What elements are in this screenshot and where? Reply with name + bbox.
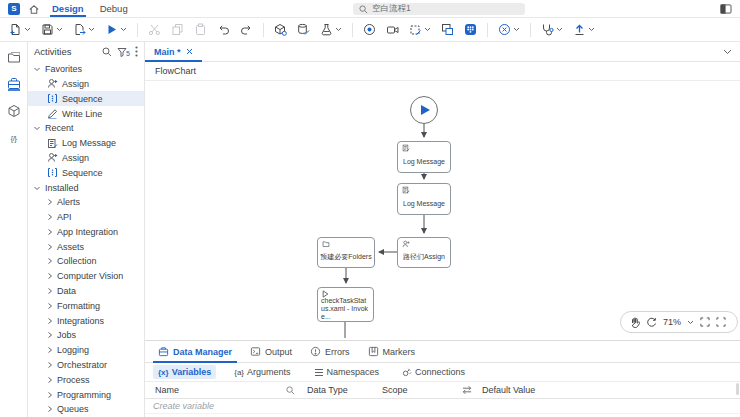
tree-section-recent[interactable]: Recent <box>28 121 144 136</box>
tree-item-assign[interactable]: Assign <box>28 77 144 92</box>
flow-node-folders[interactable]: 预建必要Folders <box>317 237 375 268</box>
tab-output[interactable]: Output <box>241 341 301 362</box>
screenshot-button[interactable] <box>404 20 436 40</box>
chevron-right-icon <box>47 317 53 325</box>
chevron-down-icon[interactable] <box>687 320 694 325</box>
tree-category-label: Jobs <box>57 330 76 340</box>
tree-section-label: Recent <box>45 123 74 133</box>
tree-category-formatting[interactable]: Formatting <box>28 298 144 313</box>
tree-category-assets[interactable]: Assets <box>28 239 144 254</box>
tree-item-label: Assign <box>62 79 89 89</box>
create-variable-row[interactable]: Create variable <box>145 399 740 414</box>
export-file-icon <box>73 23 86 36</box>
data-scraping-button[interactable] <box>436 20 459 40</box>
rail-project-button[interactable] <box>5 49 23 65</box>
tree-item-sequence[interactable]: Sequence <box>28 165 144 180</box>
tab-errors[interactable]: Errors <box>301 341 359 362</box>
breadcrumb[interactable]: FlowChart <box>145 62 740 81</box>
project-search[interactable]: 空白流程1 <box>353 3 525 15</box>
tree-category-computer-vision[interactable]: Computer Vision <box>28 269 144 284</box>
debug-tab[interactable]: Debug <box>96 0 132 17</box>
tree-item-assign[interactable]: Assign <box>28 151 144 166</box>
tree-category-alerts[interactable]: Alerts <box>28 195 144 210</box>
panel-toggle-button[interactable] <box>720 4 732 14</box>
flow-node-assign[interactable]: 路径们Assign <box>397 237 451 268</box>
paste-button[interactable] <box>189 20 212 40</box>
tree-category-process[interactable]: Process <box>28 372 144 387</box>
close-icon[interactable] <box>186 48 193 55</box>
test-button[interactable] <box>315 20 347 40</box>
tree-category-app-integration[interactable]: App Integration <box>28 225 144 240</box>
redo-icon <box>240 23 253 36</box>
subtab-namespaces[interactable]: Namespaces <box>309 365 385 379</box>
tree-section-label: Favorites <box>45 64 82 74</box>
chevron-down-icon <box>88 27 95 32</box>
tree-category-integrations[interactable]: Integrations <box>28 313 144 328</box>
flow-start-node[interactable] <box>410 96 438 124</box>
analyze-button[interactable] <box>536 20 568 40</box>
tree-section-installed[interactable]: Installed <box>28 180 144 195</box>
tree-item-log-message[interactable]: Log Message <box>28 136 144 151</box>
rail-packages-button[interactable] <box>5 103 23 119</box>
tab-data-manager[interactable]: Data Manager <box>149 341 241 362</box>
run-button[interactable] <box>100 20 132 40</box>
tree-section-favorites[interactable]: Favorites <box>28 62 144 77</box>
chevron-right-icon <box>47 198 53 206</box>
tree-category-logging[interactable]: Logging <box>28 343 144 358</box>
fullscreen-icon[interactable] <box>716 317 726 327</box>
tree-category-queues[interactable]: Queues <box>28 402 144 417</box>
chevron-down-icon <box>33 184 41 192</box>
write-line-icon <box>47 108 58 119</box>
home-button[interactable] <box>28 3 40 15</box>
tree-category-programming[interactable]: Programming <box>28 387 144 402</box>
new-file-button[interactable] <box>4 20 36 40</box>
tree-category-jobs[interactable]: Jobs <box>28 328 144 343</box>
activities-filter-button[interactable]: 5 <box>117 46 130 57</box>
fit-to-screen-icon[interactable] <box>700 317 710 327</box>
flow-node-invoke-workflow[interactable]: checkTaskStatus.xaml - Invoke... <box>317 287 374 322</box>
tree-category-data[interactable]: Data <box>28 284 144 299</box>
rail-snippets-button[interactable]: {/} <box>5 130 23 146</box>
redo-button[interactable] <box>235 20 258 40</box>
flow-node-log-message-1[interactable]: Log Message <box>397 141 451 173</box>
save-button[interactable] <box>36 20 68 40</box>
reset-zoom-icon[interactable] <box>646 317 657 328</box>
flow-node-log-message-2[interactable]: Log Message <box>397 183 451 215</box>
cut-button[interactable] <box>143 20 166 40</box>
tab-markers[interactable]: Markers <box>359 341 425 362</box>
node-label: 预建必要Folders <box>318 247 374 267</box>
copy-button[interactable] <box>166 20 189 40</box>
tree-category-collection[interactable]: Collection <box>28 254 144 269</box>
export-button[interactable] <box>68 20 100 40</box>
activities-search-button[interactable] <box>102 47 112 57</box>
tree-category-api[interactable]: API <box>28 210 144 225</box>
publish-button[interactable] <box>568 20 600 40</box>
tree-item-sequence[interactable]: Sequence <box>28 91 144 106</box>
remove-unused-button[interactable] <box>493 20 525 40</box>
node-label: 路径们Assign <box>398 247 450 267</box>
rail-activities-button[interactable] <box>5 76 23 92</box>
design-tab[interactable]: Design <box>48 0 88 17</box>
zoom-level[interactable]: 71% <box>663 317 681 327</box>
video-button[interactable] <box>381 20 404 40</box>
record-button[interactable] <box>358 20 381 40</box>
subtab-arguments[interactable]: {a} Arguments <box>229 365 295 379</box>
undo-button[interactable] <box>212 20 235 40</box>
tab-list-chevron-icon[interactable] <box>723 49 732 55</box>
flowchart-canvas[interactable]: Log Message Log Message 路径们Assign 预建必要Fo… <box>145 81 740 340</box>
pan-hand-icon[interactable] <box>630 317 640 328</box>
tree-item-write-line[interactable]: Write Line <box>28 106 144 121</box>
data-manager-toolbar-button[interactable] <box>292 20 315 40</box>
manage-packages-button[interactable] <box>269 20 292 40</box>
computer-vision-button[interactable] <box>459 20 482 40</box>
search-icon[interactable] <box>286 386 295 395</box>
subtab-variables[interactable]: {x} Variables <box>153 365 216 379</box>
chevron-right-icon <box>47 287 53 295</box>
subtab-connections[interactable]: Connections <box>397 365 470 379</box>
swap-columns-icon[interactable] <box>461 385 473 395</box>
table-scrollbar[interactable] <box>736 383 739 395</box>
tab-main[interactable]: Main * <box>145 42 202 61</box>
activities-panel: Activities 5 Favorites Assign <box>28 42 145 417</box>
activities-more-button[interactable] <box>135 46 138 57</box>
tree-category-orchestrator[interactable]: Orchestrator <box>28 358 144 373</box>
